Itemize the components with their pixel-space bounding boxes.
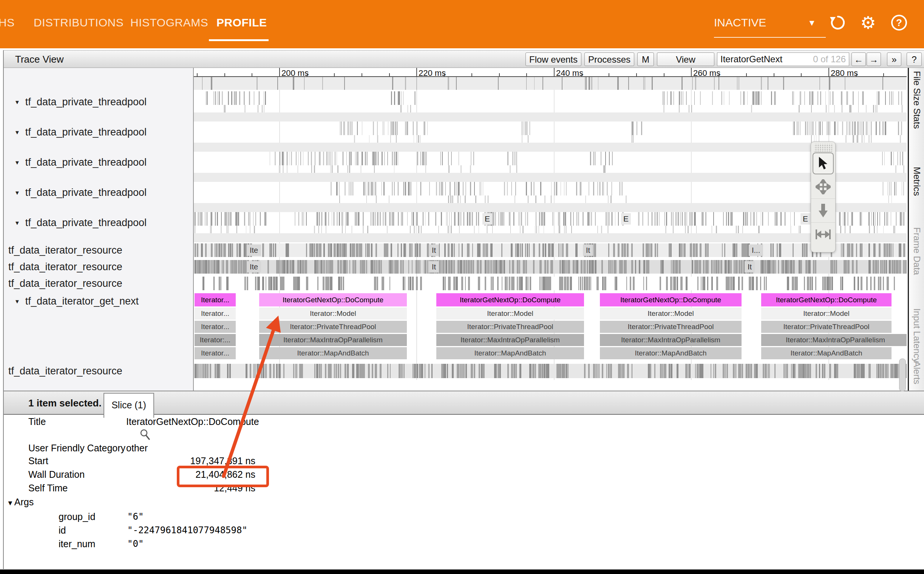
tab-profile[interactable]: PROFILE: [217, 14, 267, 31]
ruler-major-tick: [279, 68, 280, 77]
slice-iterator-maxintraopparallelism[interactable]: Iterator::MaxIntraOpParallelism: [259, 334, 407, 346]
slice-iterator-model[interactable]: Iterator::Model: [761, 308, 891, 320]
iterator-resource-track-1[interactable]: IteItIt: [194, 260, 907, 274]
side-tab-file-size-stats[interactable]: File Size Stats: [911, 71, 922, 129]
ruler-minor-tick: [362, 73, 362, 76]
iterator-resource-track-0[interactable]: IteItItI...: [194, 243, 907, 257]
iterator-resource-track-2[interactable]: [194, 277, 907, 290]
threadpool-track-4[interactable]: [194, 212, 907, 226]
event-band: [194, 77, 907, 90]
slice-iterator-getnext-docompute[interactable]: IteratorGetNextOp::DoCompute: [600, 293, 742, 306]
arg-key-group_id: group_id: [59, 511, 95, 522]
collapse-arrow-icon[interactable]: ▼: [14, 216, 20, 230]
slice-iterator-privatethreadpool[interactable]: Iterator::PrivateThreadPool: [259, 321, 407, 333]
track-label-4[interactable]: ▼tf_data_private_threadpool: [4, 216, 193, 229]
pan-tool-button[interactable]: [811, 175, 835, 199]
selection-details-panel: 1 item selected. Slice (1) TitleIterator…: [4, 391, 924, 569]
slice-iterator-mapandbatch[interactable]: Iterator::MapAndBatch: [259, 347, 407, 359]
track-label-9[interactable]: tf_data_iterator_resource: [4, 364, 197, 378]
collapse-arrow-icon[interactable]: ▼: [14, 156, 20, 169]
slice-tab[interactable]: Slice (1): [103, 393, 154, 418]
slice-iterator-getnext-docompute[interactable]: Iterator...: [195, 293, 236, 306]
flow-event-marker[interactable]: E: [483, 213, 492, 224]
track-label-7[interactable]: tf_data_iterator_resource: [4, 277, 197, 290]
resource-slice-label: It: [745, 261, 755, 273]
side-tab-frame-data[interactable]: Frame Data: [911, 227, 922, 275]
timing-tool-button[interactable]: [811, 223, 835, 246]
refresh-icon[interactable]: [829, 14, 847, 32]
tool-palette: [811, 142, 835, 252]
run-selector-dropdown[interactable]: INACTIVE ▼: [714, 14, 827, 37]
tab-distributions[interactable]: DISTRIBUTIONS: [33, 14, 123, 31]
side-tab-input-latency[interactable]: Input Latency: [911, 308, 922, 363]
slice-iterator-privatethreadpool[interactable]: Iterator::PrivateThreadPool: [761, 321, 891, 333]
gear-icon[interactable]: ⚙: [859, 14, 877, 32]
slice-iterator-getnext-docompute[interactable]: IteratorGetNextOp::DoCompute: [761, 293, 891, 306]
find-previous-button[interactable]: ←: [851, 52, 866, 66]
threadpool-track-0[interactable]: [194, 91, 907, 105]
resource-slice-label: It: [429, 244, 439, 256]
track-label-1[interactable]: ▼tf_data_private_threadpool: [4, 125, 193, 139]
tab-graphs-partial[interactable]: HS: [0, 14, 15, 31]
metadata-button[interactable]: M: [637, 52, 654, 66]
slice-iterator-maxintraopparallelism[interactable]: Iterator::MaxIntraOpParallelism: [436, 334, 584, 346]
track-label-8[interactable]: ▼tf_data_iterator_get_next: [4, 294, 193, 308]
slice-iterator-getnext-docompute[interactable]: IteratorGetNextOp::DoCompute: [436, 293, 584, 306]
slice-iterator-privatethreadpool[interactable]: Iterator::PrivateThreadPool: [436, 321, 584, 333]
slice-iterator-maxintraopparallelism[interactable]: Iterator::MaxIntraOpParallelism: [761, 334, 907, 346]
slice-iterator-model[interactable]: Iterator::Model: [600, 308, 742, 320]
magnifier-icon[interactable]: [139, 428, 150, 440]
slice-iterator-mapandbatch[interactable]: Iterator::MapAndBatch: [761, 347, 891, 359]
select-tool-button[interactable]: [813, 153, 834, 174]
ruler-minor-tick: [197, 73, 198, 76]
track-label-2[interactable]: ▼tf_data_private_threadpool: [4, 156, 193, 169]
slice-iterator-privatethreadpool[interactable]: Iterator...: [195, 321, 236, 333]
flow-event-marker[interactable]: E: [621, 213, 631, 224]
trace-help-button[interactable]: ?: [907, 52, 922, 66]
ruler-minor-tick: [636, 73, 637, 76]
slice-iterator-model[interactable]: Iterator::Model: [259, 308, 407, 320]
slice-iterator-maxintraopparallelism[interactable]: Iterator:...: [195, 334, 236, 346]
timeline-canvas[interactable]: 200 ms220 ms240 ms260 ms280 ms EEEIteItI…: [194, 68, 907, 391]
flow-events-button[interactable]: Flow events: [525, 52, 581, 66]
track-label-0[interactable]: ▼tf_data_private_threadpool: [4, 95, 193, 109]
flow-event-marker[interactable]: E: [801, 213, 810, 224]
slice-iterator-maxintraopparallelism[interactable]: Iterator::MaxIntraOpParallelism: [600, 334, 742, 346]
view-options-button[interactable]: View Options: [657, 52, 714, 66]
slice-iterator-model[interactable]: Iterator...: [195, 308, 236, 320]
slice-iterator-mapandbatch[interactable]: Iterator...: [195, 347, 236, 359]
threadpool-track-2[interactable]: [194, 152, 907, 165]
args-collapse-icon[interactable]: ▼: [7, 499, 14, 507]
help-icon[interactable]: ?: [890, 14, 908, 32]
side-tab-alerts[interactable]: Alerts: [911, 361, 922, 384]
search-input[interactable]: IteratorGetNext 0 of 126: [717, 52, 849, 66]
args-section-header[interactable]: ▼Args: [7, 497, 33, 508]
ruler-minor-tick: [718, 73, 719, 76]
side-tab-metrics[interactable]: Metrics: [911, 167, 922, 196]
collapse-arrow-icon[interactable]: ▼: [14, 295, 20, 308]
palette-drag-handle[interactable]: [814, 144, 832, 152]
slice-iterator-privatethreadpool[interactable]: Iterator::PrivateThreadPool: [600, 321, 742, 333]
slice-iterator-getnext-docompute[interactable]: IteratorGetNextOp::DoCompute: [259, 293, 407, 306]
tab-histograms[interactable]: HISTOGRAMS: [130, 14, 208, 31]
collapse-arrow-icon[interactable]: ▼: [14, 186, 20, 200]
processes-button[interactable]: Processes: [584, 52, 634, 66]
slice-iterator-model[interactable]: Iterator::Model: [436, 308, 584, 320]
find-next-button[interactable]: →: [867, 52, 881, 66]
iterator-resource-track-3[interactable]: [194, 364, 907, 378]
collapse-arrow-icon[interactable]: ▼: [14, 126, 20, 139]
slice-iterator-mapandbatch[interactable]: Iterator::MapAndBatch: [436, 347, 584, 359]
resource-slice-label: Ite: [247, 244, 261, 256]
zoom-tool-button[interactable]: [811, 199, 835, 223]
track-label-6[interactable]: tf_data_iterator_resource: [4, 260, 197, 274]
threadpool-track-3[interactable]: [194, 182, 907, 196]
threadpool-track-1[interactable]: [194, 121, 907, 135]
collapse-arrow-icon[interactable]: ▼: [14, 96, 20, 109]
ruler-minor-tick: [856, 73, 857, 76]
track-label-5[interactable]: tf_data_iterator_resource: [4, 243, 197, 257]
search-match-count: 0 of 126: [813, 53, 846, 65]
expand-button[interactable]: »: [887, 52, 901, 66]
track-label-3[interactable]: ▼tf_data_private_threadpool: [4, 186, 193, 199]
slice-iterator-mapandbatch[interactable]: Iterator::MapAndBatch: [600, 347, 742, 359]
vertical-scrollbar-thumb[interactable]: [899, 358, 906, 391]
